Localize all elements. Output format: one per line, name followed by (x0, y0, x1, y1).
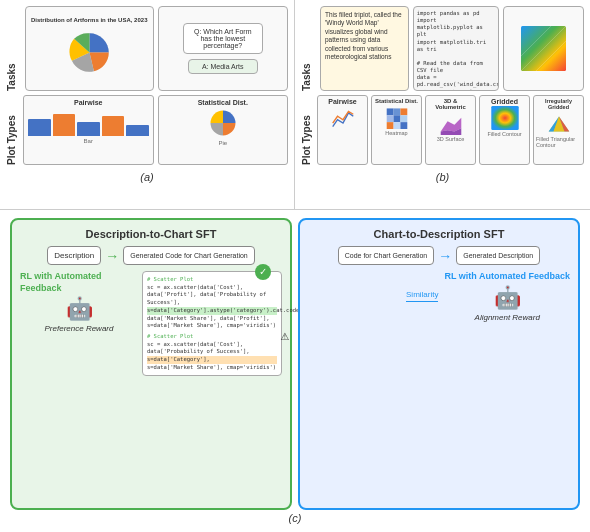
similarity-label: Similarity (406, 290, 438, 302)
bar-chart-mini (26, 108, 151, 136)
panel-a: Tasks Distribution of Artforms in the US… (0, 0, 295, 209)
svg-rect-12 (393, 122, 400, 129)
pie-chart-task-box: Distribution of Artforms in the USA, 202… (25, 6, 154, 91)
heatmap-sub: Heatmap (385, 130, 407, 136)
alignment-reward-label: Alignment Reward (475, 313, 540, 322)
arrow-right-icon: → (105, 248, 119, 264)
left-rl-label: RL with Automated Feedback (20, 271, 138, 294)
svg-rect-8 (386, 115, 393, 122)
heatmap-svg (383, 105, 411, 129)
statistical-card-b: Statistical Dist. Heatmap (371, 95, 422, 165)
pie-chart-svg (62, 25, 117, 80)
svg-rect-7 (400, 108, 407, 115)
bar2 (53, 114, 76, 136)
plot-types-label-a: Plot Types (6, 95, 17, 165)
qa-container: Q: Which Art Form has the lowest percent… (183, 23, 263, 74)
svg-rect-5 (386, 108, 393, 115)
statistical-subtitle-a: Pie (218, 140, 227, 146)
code-task-box: import pandas as pd import matplotlib.py… (413, 6, 500, 91)
bar5 (126, 125, 149, 136)
pairwise-card-b: Pairwise (317, 95, 368, 165)
pairwise-card-a: Pairwise Bar (23, 95, 154, 165)
code-line-2: data['Profit'], data['Probability of Suc… (147, 291, 277, 306)
panel-b-label: (b) (301, 171, 584, 183)
irregular-title-b: Irregularly Gridded (536, 98, 581, 110)
generated-desc-box: Generated Description (456, 246, 540, 265)
code-text-b: import pandas as pd import matplotlib.py… (417, 10, 500, 91)
code-snippet-box: # Scatter Plot sc = ax.scatter(data['Cos… (142, 271, 282, 376)
description-box: Description (47, 246, 101, 265)
main-container: Tasks Distribution of Artforms in the US… (0, 0, 590, 532)
warning-triangle-icon: ⚠️ (281, 326, 289, 346)
top-section: Tasks Distribution of Artforms in the US… (0, 0, 590, 210)
statistical-title-b: Statistical Dist. (375, 98, 418, 104)
arrow-right-blue-icon: → (438, 248, 452, 264)
code-line-5: sc = ax.scatter(data['Cost'], (147, 341, 277, 349)
left-robot-icon: 🤖 (66, 296, 93, 322)
tasks-label-a: Tasks (6, 6, 17, 91)
code-line-6: data['Probability of Success'], (147, 348, 277, 356)
bar3 (77, 122, 100, 136)
svg-rect-13 (400, 122, 407, 129)
panel-a-label: (a) (6, 171, 288, 183)
right-robot-icon: 🤖 (494, 285, 521, 311)
plot-types-label-b: Plot Types (301, 95, 312, 165)
left-sft-title: Description-to-Chart SFT (20, 228, 282, 240)
statistical-title-a: Statistical Dist. (198, 99, 248, 106)
contour-svg (491, 106, 519, 130)
pairwise-svg-b (329, 106, 357, 130)
gridded-title-b: Gridded (491, 98, 518, 105)
pairwise-title-b: Pairwise (328, 98, 356, 105)
panel-c-label: (c) (10, 512, 580, 524)
panel-b: Tasks This filled triplot, called the 'W… (295, 0, 590, 209)
bar1 (28, 119, 51, 136)
plot-type-cards-b: Pairwise Statistical Dist. (317, 95, 584, 165)
code-line-1: sc = ax.scatter(data['Cost'], (147, 284, 277, 292)
right-rl-row: Similarity RL with Automated Feedback 🤖 … (308, 271, 570, 322)
bar4 (102, 116, 125, 136)
generated-code-box: Generated Code for Chart Generation (123, 246, 255, 265)
sft-diagram: Description-to-Chart SFT Description → G… (10, 218, 580, 510)
plot-type-cards-a: Pairwise Bar Statistical Dist. (23, 95, 288, 165)
right-sft-title: Chart-to-Description SFT (308, 228, 570, 240)
code-comment-2: # Scatter Plot (147, 333, 277, 341)
volumetric-title-b: 3D & Volumetric (428, 98, 473, 110)
preference-reward-label: Preference Reward (45, 324, 114, 333)
qa-task-box: Q: Which Art Form has the lowest percent… (158, 6, 289, 91)
similarity-group: Similarity (406, 290, 438, 302)
contour-sub: Filled Contour (487, 131, 521, 137)
tasks-label-b: Tasks (301, 6, 312, 91)
triangular-sub: Filled Triangular Contour (536, 136, 581, 148)
surface-svg (437, 111, 465, 135)
left-rl-group: RL with Automated Feedback 🤖 Preference … (20, 271, 138, 333)
question-bubble: Q: Which Art Form has the lowest percent… (183, 23, 263, 54)
green-check-icon: ✓ (255, 264, 271, 280)
code-line-3: data['Market Share'], data['Profit'], (147, 315, 277, 323)
left-sft-wrapper: Description-to-Chart SFT Description → G… (10, 218, 292, 510)
surface-sub: 3D Surface (437, 136, 465, 142)
bottom-section: Description-to-Chart SFT Description → G… (0, 210, 590, 532)
gridded-card-b: Gridded (479, 95, 530, 165)
code-line-highlight-2: s=data['Category'], (147, 356, 277, 364)
wind-chart-svg (521, 26, 566, 71)
statistical-card-a: Statistical Dist. Pie (158, 95, 289, 165)
right-rl-group: RL with Automated Feedback 🤖 Alignment R… (444, 271, 570, 322)
left-flow-row: Description → Generated Code for Chart G… (20, 246, 282, 265)
pie-chart-title: Distribution of Artforms in the USA, 202… (31, 17, 147, 23)
svg-rect-14 (491, 106, 518, 130)
volumetric-card-b: 3D & Volumetric 3D Surface (425, 95, 476, 165)
pairwise-title-a: Pairwise (74, 99, 102, 106)
code-line-4: s=data['Market Share'], cmap='viridis') (147, 322, 277, 330)
svg-rect-9 (393, 115, 400, 122)
right-sft-wrapper: Chart-to-Description SFT Code for Chart … (298, 218, 580, 510)
left-rl-row: RL with Automated Feedback 🤖 Preference … (20, 271, 282, 376)
svg-rect-6 (393, 108, 400, 115)
chart-task-box (503, 6, 584, 91)
code-for-chart-box: Code for Chart Generation (338, 246, 435, 265)
right-rl-label: RL with Automated Feedback (444, 271, 570, 283)
svg-rect-10 (400, 115, 407, 122)
code-line-highlight-1: s=data['Category'].astype('category').ca… (147, 307, 277, 315)
triangular-svg (545, 111, 573, 135)
right-flow-row: Code for Chart Generation → Generated De… (308, 246, 570, 265)
irregular-card-b: Irregularly Gridded Filled Triangular Co… (533, 95, 584, 165)
